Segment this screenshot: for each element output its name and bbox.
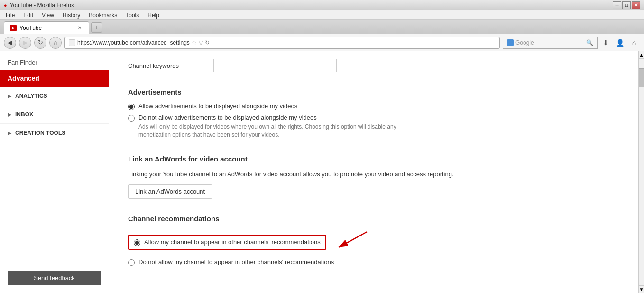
url-icons: ☆ ▽ ↻ [192,39,210,46]
scrollbar-thumb[interactable] [639,68,644,87]
minimize-button[interactable]: ─ [613,1,621,9]
sidebar-item-analytics[interactable]: ▶ ANALYTICS [0,87,109,105]
sidebar-item-fan-finder[interactable]: Fan Finder [0,55,109,70]
menu-tools[interactable]: Tools [122,11,143,19]
ads-sublabel: Ads will only be displayed for videos wh… [138,123,404,139]
red-arrow-svg [329,229,372,253]
adwords-description: Linking your YouTube channel to an AdWor… [128,170,619,179]
menu-bookmarks[interactable]: Bookmarks [85,11,121,19]
arrow-annotation [329,229,372,255]
scroll-up-button[interactable]: ▲ [639,51,644,59]
recommendations-section: Channel recommendations Allow my channel… [128,215,619,266]
address-bar: ◀ ▶ ↻ ⌂ https://www.youtube.com/advanced… [0,34,644,51]
tab-bar: YouTube ✕ + [0,20,644,34]
url-bar[interactable]: https://www.youtube.com/advanced_setting… [64,37,500,49]
send-feedback-button[interactable]: Send feedback [8,271,101,285]
sidebar-analytics-label: ANALYTICS [15,93,47,99]
divider-1 [128,147,619,147]
new-tab-button[interactable]: + [91,22,102,33]
scrollbar[interactable]: ▲ ▼ [638,51,644,293]
scroll-down-button[interactable]: ▼ [639,285,644,293]
browser-content: Fan Finder Advanced ▶ ANALYTICS ▶ INBOX … [0,51,644,293]
sidebar-item-advanced[interactable]: Advanced [0,70,109,87]
window-title: YouTube - Mozilla Firefox [10,2,74,9]
download-icon[interactable]: ⬇ [599,37,612,49]
rec-allow-wrapper: Allow my channel to appear in other chan… [128,229,619,255]
divider-2 [128,207,619,207]
menu-history[interactable]: History [59,11,84,19]
restore-button[interactable]: □ [622,1,631,9]
adwords-link-button[interactable]: Link an AdWords account [128,184,212,199]
search-engine-icon [507,39,514,46]
ads-disallow-label: Do not allow advertisements to be displa… [138,114,317,121]
adwords-section: Link an AdWords for video account Linkin… [128,155,619,199]
menu-edit[interactable]: Edit [19,11,37,19]
advertisements-title: Advertisements [128,88,619,96]
rec-allow-label: Allow my channel to appear in other chan… [144,238,321,246]
sidebar-item-inbox[interactable]: ▶ INBOX [0,105,109,124]
ads-allow-label: Allow advertisements to be displayed alo… [138,103,297,110]
sidebar-item-creation-tools[interactable]: ▶ CREATION TOOLS [0,124,109,142]
svg-line-1 [339,232,367,247]
window-controls: ─ □ ✕ [613,1,640,9]
tab-label: YouTube [19,25,74,31]
ads-disallow-option: Do not allow advertisements to be displa… [128,114,619,139]
menu-help[interactable]: Help [144,11,163,19]
rec-disallow-option: Do not allow my channel to appear in oth… [128,258,619,266]
reload-button[interactable]: ↻ [34,37,46,49]
advertisements-section: Advertisements Allow advertisements to b… [128,88,619,139]
search-bar[interactable]: Google 🔍 [503,37,598,49]
title-bar: ● YouTube - Mozilla Firefox ─ □ ✕ [0,0,644,10]
home-button[interactable]: ⌂ [49,37,62,49]
close-button[interactable]: ✕ [632,1,640,9]
adwords-title: Link an AdWords for video account [128,155,619,163]
search-input[interactable]: Google [515,39,584,46]
menu-file[interactable]: File [2,11,18,19]
forward-button[interactable]: ▶ [19,37,31,49]
chevron-right-icon-2: ▶ [8,112,11,117]
rec-allow-highlight: Allow my channel to appear in other chan… [128,235,326,250]
url-favicon [69,39,75,46]
active-tab[interactable]: YouTube ✕ [4,21,89,34]
search-icon: 🔍 [586,39,593,46]
url-text: https://www.youtube.com/advanced_setting… [77,39,190,46]
tab-close-button[interactable]: ✕ [76,25,83,31]
sidebar: Fan Finder Advanced ▶ ANALYTICS ▶ INBOX … [0,51,109,293]
rec-disallow-label: Do not allow my channel to appear in oth… [138,258,334,265]
bookmark-star-icon[interactable]: ☆ [192,39,197,46]
channel-keywords-row: Channel keywords [128,59,619,80]
recommendations-title: Channel recommendations [128,215,619,223]
main-content: Channel keywords Advertisements Allow ad… [109,51,638,293]
tab-favicon [10,25,17,31]
reload-url-icon[interactable]: ↻ [205,39,210,46]
bookmark-star2-icon[interactable]: ▽ [199,39,203,46]
chevron-right-icon: ▶ [8,94,11,99]
extension-icon[interactable]: 👤 [614,37,626,49]
back-button[interactable]: ◀ [4,37,16,49]
rec-allow-radio[interactable] [134,239,140,246]
chevron-right-icon-3: ▶ [8,131,11,136]
ads-allow-radio[interactable] [128,104,135,110]
menu-bar: File Edit View History Bookmarks Tools H… [0,10,644,20]
ads-disallow-radio[interactable] [128,115,135,122]
home-nav-icon[interactable]: ⌂ [628,37,640,49]
ads-allow-option: Allow advertisements to be displayed alo… [128,103,619,110]
channel-keywords-input[interactable] [213,59,337,72]
channel-keywords-label: Channel keywords [128,62,204,69]
sidebar-inbox-label: INBOX [15,111,33,118]
menu-view[interactable]: View [38,11,58,19]
toolbar-icons: Google 🔍 ⬇ 👤 ⌂ [503,37,640,49]
rec-disallow-radio[interactable] [128,259,135,266]
sidebar-creation-tools-label: CREATION TOOLS [15,130,65,136]
